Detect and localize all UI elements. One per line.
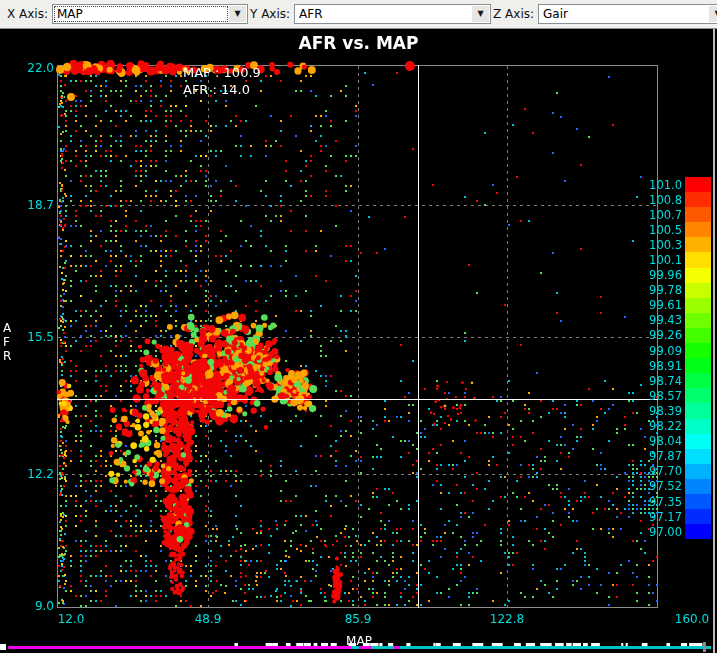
legend-value-label: 98.74 [630, 374, 685, 388]
legend-value-label: 101.0 [630, 178, 685, 192]
y-axis-title: A F R [3, 321, 11, 363]
readout-afr: AFR : 14.0 [183, 82, 250, 97]
legend-entry: 99.09 [630, 343, 711, 358]
legend-value-label: 97.17 [630, 510, 685, 524]
legend-entry: 97.00 [630, 524, 711, 539]
readout-map: MAP : 100.9 [183, 65, 261, 80]
legend-entry: 98.74 [630, 373, 711, 388]
legend-entry: 98.39 [630, 403, 711, 418]
legend-color-swatch [685, 494, 711, 509]
legend-value-label: 98.22 [630, 419, 685, 433]
legend-entry: 98.57 [630, 388, 711, 403]
x-axis-title: MAP [327, 634, 391, 648]
legend-color-swatch [685, 313, 711, 328]
x-tick-label: 160.0 [662, 612, 717, 626]
legend-entry: 98.22 [630, 419, 711, 434]
legend-color-swatch [685, 328, 711, 343]
legend-color-swatch [685, 403, 711, 418]
legend-value-label: 98.57 [630, 389, 685, 403]
legend-color-swatch [685, 298, 711, 313]
legend-entry: 100.7 [630, 207, 711, 222]
legend-value-label: 100.5 [630, 223, 685, 237]
legend-color-swatch [685, 373, 711, 388]
legend-entry: 97.17 [630, 509, 711, 524]
legend-color-swatch [685, 464, 711, 479]
cursor-readout: MAP : 100.9AFR : 14.0 [183, 64, 261, 98]
legend-color-swatch [685, 479, 711, 494]
legend-value-label: 99.09 [630, 344, 685, 358]
crosshair-vertical-line [418, 65, 419, 608]
legend-color-swatch [685, 207, 711, 222]
window-right-edge [713, 29, 715, 653]
y-tick-label: 18.7 [14, 198, 54, 212]
legend-entry: 97.70 [630, 464, 711, 479]
legend-entry: 100.3 [630, 237, 711, 252]
legend-entry: 101.0 [630, 177, 711, 192]
legend-entry: 99.26 [630, 328, 711, 343]
legend-entry: 97.87 [630, 449, 711, 464]
legend-value-label: 100.3 [630, 238, 685, 252]
legend-entry: 98.91 [630, 358, 711, 373]
legend-color-swatch [685, 222, 711, 237]
legend-color-swatch [685, 237, 711, 252]
legend-value-label: 99.43 [630, 313, 685, 327]
legend-color-swatch [685, 388, 711, 403]
legend-value-label: 98.39 [630, 404, 685, 418]
legend-entry: 100.8 [630, 192, 711, 207]
legend-value-label: 97.52 [630, 479, 685, 493]
legend-value-label: 100.1 [630, 253, 685, 267]
legend-color-swatch [685, 252, 711, 267]
legend-color-swatch [685, 343, 711, 358]
legend-entry: 97.52 [630, 479, 711, 494]
legend-color-swatch [685, 449, 711, 464]
legend-entry: 99.78 [630, 283, 711, 298]
legend-value-label: 100.7 [630, 208, 685, 222]
legend-color-swatch [685, 509, 711, 524]
y-tick-label: 22.0 [14, 61, 54, 75]
x-tick-label: 85.9 [328, 612, 388, 626]
color-scale-legend: 101.0100.8100.7100.5100.3100.199.9699.78… [630, 177, 711, 539]
y-tick-label: 9.0 [14, 599, 54, 613]
legend-value-label: 98.91 [630, 359, 685, 373]
legend-entry: 99.96 [630, 268, 711, 283]
chart-title: AFR vs. MAP [0, 33, 717, 53]
legend-color-swatch [685, 268, 711, 283]
legend-entry: 99.43 [630, 313, 711, 328]
x-tick-label: 48.9 [178, 612, 238, 626]
y-tick-label: 12.2 [14, 467, 54, 481]
legend-value-label: 99.78 [630, 283, 685, 297]
x-tick-label: 122.8 [477, 612, 537, 626]
legend-color-swatch [685, 192, 711, 207]
legend-color-swatch [685, 434, 711, 449]
legend-entry: 98.04 [630, 434, 711, 449]
crosshair-horizontal-line [57, 399, 658, 400]
legend-color-swatch [685, 419, 711, 434]
x-tick-label: 12.0 [41, 612, 101, 626]
legend-color-swatch [685, 283, 711, 298]
legend-color-swatch [685, 177, 711, 192]
legend-value-label: 99.26 [630, 328, 685, 342]
legend-value-label: 97.70 [630, 464, 685, 478]
legend-value-label: 97.00 [630, 525, 685, 539]
legend-value-label: 99.96 [630, 268, 685, 282]
legend-entry: 97.35 [630, 494, 711, 509]
legend-entry: 100.1 [630, 252, 711, 267]
legend-value-label: 100.8 [630, 193, 685, 207]
log-viewer-window: X Axis: MAP ▼ Y Axis: AFR ▼ Z Axis: Gair… [0, 0, 717, 653]
legend-color-swatch [685, 358, 711, 373]
legend-entry: 100.5 [630, 222, 711, 237]
legend-value-label: 97.35 [630, 495, 685, 509]
scatter-canvas[interactable] [0, 0, 717, 653]
legend-entry: 99.61 [630, 298, 711, 313]
legend-value-label: 99.61 [630, 298, 685, 312]
legend-color-swatch [685, 524, 711, 539]
y-tick-label: 15.5 [14, 330, 54, 344]
legend-value-label: 98.04 [630, 434, 685, 448]
legend-value-label: 97.87 [630, 449, 685, 463]
